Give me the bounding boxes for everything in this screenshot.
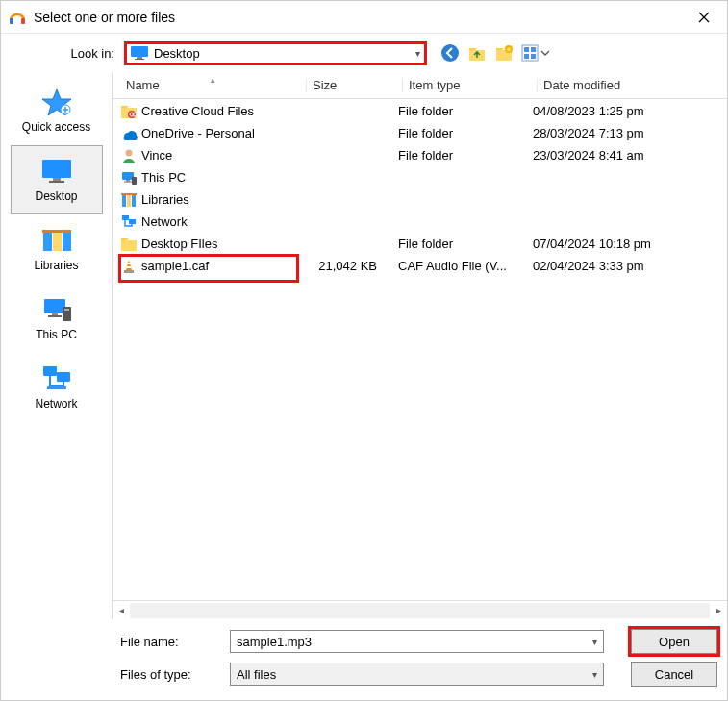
file-name: Creative Cloud Files xyxy=(141,104,254,118)
svg-marker-7 xyxy=(469,48,477,50)
libraries-icon xyxy=(39,226,74,255)
file-name: sample1.caf xyxy=(141,259,209,273)
view-menu-button[interactable] xyxy=(521,43,550,63)
close-button[interactable] xyxy=(682,2,725,33)
lookin-value: Desktop xyxy=(154,46,200,61)
file-name: Vince xyxy=(141,148,172,163)
svg-rect-12 xyxy=(524,47,529,52)
svg-rect-25 xyxy=(44,299,65,313)
file-type: File folder xyxy=(398,126,533,140)
file-size: 21,042 KB xyxy=(302,259,398,273)
svg-rect-0 xyxy=(10,18,13,24)
file-row[interactable]: sample1.caf21,042 KBCAF Audio File (V...… xyxy=(113,255,727,277)
up-one-level-button[interactable] xyxy=(467,43,487,63)
file-rows: Creative Cloud FilesFile folder04/08/202… xyxy=(113,99,727,600)
user-icon xyxy=(120,147,138,164)
svg-rect-15 xyxy=(531,54,536,59)
filename-value: sample1.mp3 xyxy=(237,635,312,649)
dialog-title: Select one or more files xyxy=(34,10,682,25)
svg-rect-1 xyxy=(21,18,25,24)
file-row[interactable]: Network xyxy=(113,211,727,233)
file-row[interactable]: Desktop FIlesFile folder07/04/2024 10:18… xyxy=(113,233,727,255)
svg-rect-2 xyxy=(131,46,148,57)
svg-marker-49 xyxy=(126,260,132,270)
svg-rect-27 xyxy=(48,315,62,317)
folder-cc-icon xyxy=(120,103,138,120)
svg-rect-44 xyxy=(121,193,137,195)
filetype-dropdown[interactable]: All files ▾ xyxy=(230,663,604,686)
svg-rect-46 xyxy=(129,219,136,224)
chevron-down-icon: ▾ xyxy=(415,48,420,59)
desktop-icon xyxy=(131,46,148,60)
horizontal-scrollbar[interactable]: ◂ ▸ xyxy=(113,600,727,619)
lookin-dropdown[interactable]: Desktop ▾ xyxy=(124,41,427,65)
svg-rect-31 xyxy=(57,372,70,382)
column-type[interactable]: Item type xyxy=(402,78,537,92)
file-row[interactable]: OneDrive - PersonalFile folder28/03/2024… xyxy=(113,122,727,144)
filetype-label: Files of type: xyxy=(1,667,230,682)
svg-rect-52 xyxy=(124,270,134,273)
svg-rect-20 xyxy=(49,181,64,183)
file-type: File folder xyxy=(398,148,533,163)
column-date[interactable]: Date modified xyxy=(537,78,727,92)
scroll-left-icon[interactable]: ◂ xyxy=(113,603,130,618)
cancel-button[interactable]: Cancel xyxy=(631,662,717,687)
svg-rect-26 xyxy=(52,313,58,315)
file-date: 23/03/2024 8:41 am xyxy=(533,148,727,163)
pc-icon xyxy=(39,295,74,324)
titlebar: Select one or more files xyxy=(1,1,727,34)
file-row[interactable]: VinceFile folder23/03/2024 8:41 am xyxy=(113,144,727,166)
file-date: 07/04/2024 10:18 pm xyxy=(533,237,727,251)
file-list: ▴ Name Size Item type Date modified Crea… xyxy=(112,72,727,619)
place-desktop[interactable]: Desktop xyxy=(11,145,103,214)
file-name: OneDrive - Personal xyxy=(141,126,255,140)
scroll-right-icon[interactable]: ▸ xyxy=(710,603,727,618)
svg-rect-43 xyxy=(132,195,136,207)
svg-rect-51 xyxy=(126,266,131,268)
place-network[interactable]: Network xyxy=(11,353,103,422)
open-button[interactable]: Open xyxy=(631,629,717,654)
monitor-icon xyxy=(39,157,74,186)
file-date: 28/03/2024 7:13 pm xyxy=(533,126,727,140)
svg-rect-4 xyxy=(135,59,144,60)
file-row[interactable]: Libraries xyxy=(113,188,727,211)
svg-rect-29 xyxy=(64,309,69,311)
vlc-icon xyxy=(120,258,138,275)
folder-icon xyxy=(120,236,138,253)
svg-rect-24 xyxy=(42,230,71,233)
svg-rect-19 xyxy=(53,178,61,181)
svg-rect-3 xyxy=(137,57,142,59)
file-row[interactable]: This PC xyxy=(113,166,727,188)
app-icon xyxy=(9,9,26,26)
svg-rect-39 xyxy=(124,181,132,182)
svg-marker-9 xyxy=(496,48,504,50)
svg-rect-32 xyxy=(47,386,66,389)
svg-rect-45 xyxy=(122,215,129,220)
sort-ascending-icon: ▴ xyxy=(211,75,215,85)
file-date: 02/04/2024 3:33 pm xyxy=(533,259,727,273)
back-button[interactable] xyxy=(440,43,460,63)
place-label: Desktop xyxy=(35,189,77,203)
column-name[interactable]: ▴ Name xyxy=(120,78,306,92)
svg-rect-13 xyxy=(531,47,536,52)
scroll-track[interactable] xyxy=(130,603,710,618)
filename-input[interactable]: sample1.mp3 ▾ xyxy=(230,630,604,653)
onedrive-icon xyxy=(120,125,138,142)
libraries-icon xyxy=(120,191,138,209)
svg-rect-21 xyxy=(43,232,52,251)
svg-rect-42 xyxy=(127,195,131,207)
new-folder-button[interactable] xyxy=(494,43,514,63)
column-headers: ▴ Name Size Item type Date modified xyxy=(113,72,727,99)
place-label: Network xyxy=(35,397,77,411)
file-name: Libraries xyxy=(141,192,189,207)
svg-marker-48 xyxy=(121,238,129,240)
file-row[interactable]: Creative Cloud FilesFile folder04/08/202… xyxy=(113,100,727,122)
column-size[interactable]: Size xyxy=(306,78,402,92)
place-libraries[interactable]: Libraries xyxy=(11,214,103,284)
network-icon xyxy=(39,364,74,393)
svg-rect-14 xyxy=(524,54,529,59)
place-this-pc[interactable]: This PC xyxy=(11,284,103,353)
svg-rect-47 xyxy=(121,240,137,251)
chevron-down-icon: ▾ xyxy=(592,637,597,647)
place-quick-access[interactable]: Quick access xyxy=(11,76,103,145)
